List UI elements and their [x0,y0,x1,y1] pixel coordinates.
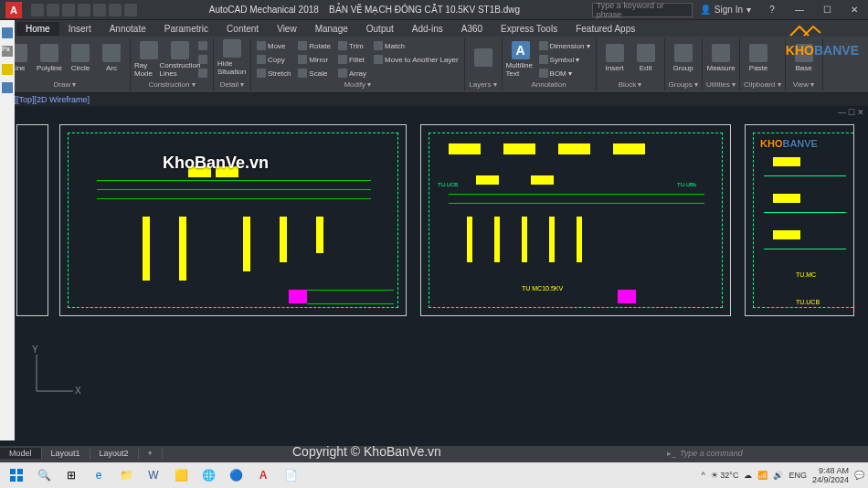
panel-annotation-label[interactable]: Annotation [506,80,592,90]
doc-max[interactable]: ☐ [848,108,855,117]
chrome-button[interactable]: 🌐 [196,464,221,486]
mtext-button[interactable]: AMultiline Text [506,41,535,78]
mirror-button[interactable]: Mirror [296,53,333,66]
measure-button[interactable]: Measure [706,39,736,76]
minimize-button[interactable]: — [786,0,813,20]
tab-express[interactable]: Express Tools [492,22,566,36]
tray-notifications[interactable]: 💬 [854,471,864,480]
tab-addins[interactable]: Add-ins [403,22,452,36]
panel-construction-label[interactable]: Construction ▾ [134,80,209,90]
sidebar-app2[interactable]: Pa [2,46,13,57]
array-button[interactable]: Array [336,67,368,80]
paste-button[interactable]: Paste [744,39,773,76]
group-button[interactable]: Group [669,39,698,76]
qat-undo[interactable] [109,4,122,16]
panel-clipboard-label[interactable]: Clipboard ▾ [744,80,780,90]
move-layer-button[interactable]: Move to Another Layer [372,53,460,66]
sidebar-app4[interactable] [2,82,13,93]
tray-lang[interactable]: ENG [789,471,807,480]
panel-draw-label[interactable]: Draw ▾ [4,80,126,90]
panel-modify-label[interactable]: Modify ▾ [255,80,460,90]
tray-clock[interactable]: 9:48 AM 24/9/2024 [812,466,849,484]
tray-weather[interactable]: ☀ 32°C [711,471,739,480]
explorer-button[interactable]: 📁 [113,464,139,486]
search-button[interactable]: 🔍 [31,464,57,486]
panel-detail-label[interactable]: Detail ▾ [217,80,247,90]
sidebar-app1[interactable] [2,27,13,38]
polyline-button[interactable]: Polyline [35,39,64,76]
hide-situation-button[interactable]: Hide Situation [217,39,247,76]
tab-a360[interactable]: A360 [452,22,492,36]
panel-layers-label[interactable]: Layers ▾ [469,80,498,90]
tab-insert[interactable]: Insert [59,22,101,36]
app2-button[interactable]: 🔵 [223,464,249,486]
panel-block-label[interactable]: Block ▾ [600,80,661,90]
tray-network[interactable]: 📶 [757,471,767,480]
tab-home[interactable]: Home [16,22,59,36]
tab-add[interactable]: + [139,448,163,459]
tab-layout1[interactable]: Layout1 [42,448,90,459]
tab-output[interactable]: Output [357,22,403,36]
tray-chevron[interactable]: ^ [702,471,705,480]
sidebar-app3[interactable] [2,64,13,75]
fillet-button[interactable]: Fillet [336,53,368,66]
edge-button[interactable]: e [86,464,111,486]
qat-new[interactable] [31,4,44,16]
con-sm3[interactable] [196,67,209,80]
close-button[interactable]: ✕ [841,0,868,20]
layers-button[interactable] [469,39,498,76]
word-button[interactable]: W [141,464,166,486]
edit-button[interactable]: Edit [631,39,661,76]
start-button[interactable] [4,464,29,486]
doc-close[interactable]: ✕ [857,108,864,117]
qat-plot[interactable] [93,4,106,16]
tab-manage[interactable]: Manage [306,22,357,36]
command-line[interactable]: ▸_ Type a command [662,445,868,461]
app-icon[interactable]: A [5,2,22,18]
tab-annotate[interactable]: Annotate [101,22,155,36]
taskview-button[interactable]: ⊞ [58,464,84,486]
maximize-button[interactable]: ☐ [813,0,841,20]
symbol-button[interactable]: Symbol ▾ [537,53,592,66]
panel-view-label[interactable]: View ▾ [789,80,819,90]
tab-content[interactable]: Content [217,22,268,36]
move-button[interactable]: Move [255,39,292,52]
doc-min[interactable]: — [838,108,846,117]
command-input[interactable]: Type a command [680,449,863,458]
search-input[interactable]: Type a keyword or phrase [592,3,693,17]
conlines-button[interactable]: Construction Lines [165,41,195,78]
panel-groups-label[interactable]: Groups ▾ [669,80,698,90]
qat-saveas[interactable] [78,4,90,16]
tab-featured[interactable]: Featured Apps [566,22,644,36]
tab-layout2[interactable]: Layout2 [90,448,139,459]
tab-model[interactable]: Model [0,448,42,459]
tray-volume[interactable]: 🔊 [773,471,783,480]
signin-button[interactable]: 👤 Sign In ▾ [700,5,751,15]
stretch-button[interactable]: Stretch [255,67,292,80]
drawing-canvas[interactable]: TU.UCB TU.UBb TU MC10.5KV TU.MC TU.UCB K… [0,106,868,446]
circle-button[interactable]: Circle [66,39,95,76]
app3-button[interactable]: 📄 [278,464,303,486]
viewport-label[interactable]: [–][Top][2D Wireframe] [0,93,868,106]
bom-button[interactable]: BOM ▾ [537,67,592,80]
trim-button[interactable]: Trim [336,39,368,52]
qat-redo[interactable] [124,4,137,16]
dimension-button[interactable]: Dimension ▾ [537,39,592,52]
tray-onedrive[interactable]: ☁ [744,471,752,480]
panel-utilities-label[interactable]: Utilities ▾ [706,80,736,90]
help-button[interactable]: ? [758,0,786,20]
autocad-button[interactable]: A [250,464,276,486]
app-button[interactable]: 🟨 [168,464,194,486]
tab-parametric[interactable]: Parametric [155,22,217,36]
copy-button[interactable]: Copy [255,53,292,66]
rotate-button[interactable]: Rotate [296,39,333,52]
match-button[interactable]: Match [372,39,460,52]
insert-button[interactable]: Insert [600,39,630,76]
qat-open[interactable] [47,4,59,16]
con-sm1[interactable] [196,39,209,52]
qat-save[interactable] [62,4,75,16]
con-sm2[interactable] [196,53,209,66]
tab-view[interactable]: View [268,22,306,36]
scale-button[interactable]: Scale [296,67,333,80]
arc-button[interactable]: Arc [97,39,126,76]
